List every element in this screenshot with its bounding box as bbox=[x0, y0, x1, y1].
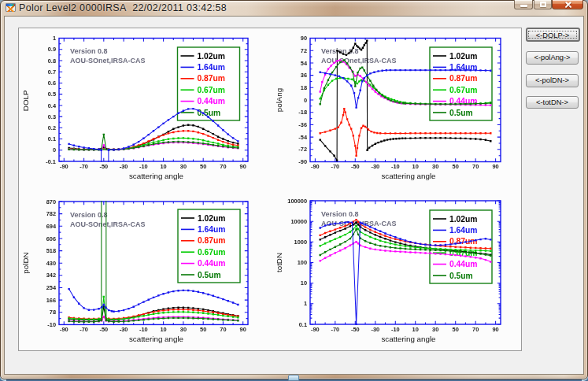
svg-text:-10: -10 bbox=[391, 326, 400, 333]
svg-text:0.1: 0.1 bbox=[48, 135, 56, 142]
svg-text:10: 10 bbox=[160, 326, 166, 333]
svg-text:50: 50 bbox=[200, 326, 206, 333]
svg-text:scattering angle: scattering angle bbox=[129, 335, 184, 343]
svg-text:10: 10 bbox=[160, 163, 166, 170]
svg-text:10: 10 bbox=[301, 279, 307, 287]
svg-text:-90: -90 bbox=[60, 326, 68, 333]
svg-text:-36: -36 bbox=[298, 121, 307, 128]
svg-text:1.64um: 1.64um bbox=[198, 63, 226, 72]
svg-text:1.02um: 1.02um bbox=[198, 214, 226, 223]
svg-text:1.02um: 1.02um bbox=[449, 52, 478, 61]
svg-text:DOLP: DOLP bbox=[21, 90, 30, 111]
svg-text:0.44um: 0.44um bbox=[198, 97, 226, 105]
svg-text:782: 782 bbox=[46, 210, 56, 217]
svg-text:AOU-SOnet,IRSA-CAS: AOU-SOnet,IRSA-CAS bbox=[321, 57, 397, 65]
svg-text:0.67um: 0.67um bbox=[198, 86, 226, 94]
svg-text:-30: -30 bbox=[371, 163, 379, 170]
svg-text:430: 430 bbox=[46, 260, 56, 267]
svg-text:-10: -10 bbox=[139, 326, 148, 333]
svg-text:AOU-SOnet,IRSA-CAS: AOU-SOnet,IRSA-CAS bbox=[321, 220, 397, 227]
svg-text:Version 0.8: Version 0.8 bbox=[321, 210, 359, 218]
svg-text:0.5: 0.5 bbox=[48, 91, 56, 98]
svg-text:0.5um: 0.5um bbox=[198, 109, 221, 117]
svg-text:1.64um: 1.64um bbox=[449, 226, 478, 235]
svg-text:30: 30 bbox=[180, 326, 187, 333]
svg-text:0.87um: 0.87um bbox=[449, 74, 478, 83]
svg-text:0.44um: 0.44um bbox=[198, 259, 226, 268]
svg-text:-50: -50 bbox=[351, 163, 360, 170]
svg-text:-30: -30 bbox=[371, 326, 379, 333]
svg-text:-50: -50 bbox=[99, 163, 108, 170]
svg-text:-70: -70 bbox=[80, 163, 88, 170]
svg-text:-50: -50 bbox=[351, 326, 360, 333]
svg-text:-72: -72 bbox=[298, 146, 307, 153]
svg-text:0.5um: 0.5um bbox=[449, 272, 473, 280]
svg-text:scattering angle: scattering angle bbox=[129, 172, 184, 180]
svg-text:0.1: 0.1 bbox=[299, 321, 307, 328]
svg-text:90: 90 bbox=[240, 326, 246, 333]
svg-text:-90: -90 bbox=[311, 163, 320, 170]
svg-text:1: 1 bbox=[304, 300, 307, 307]
svg-text:scattering angle: scattering angle bbox=[381, 335, 436, 343]
svg-text:90: 90 bbox=[492, 326, 498, 333]
svg-text:30: 30 bbox=[432, 163, 438, 170]
svg-text:78: 78 bbox=[50, 309, 56, 316]
svg-text:30: 30 bbox=[432, 326, 438, 333]
svg-text:70: 70 bbox=[220, 326, 226, 333]
svg-text:0.9: 0.9 bbox=[48, 46, 56, 53]
svg-text:0.67um: 0.67um bbox=[198, 248, 226, 257]
svg-text:0.2: 0.2 bbox=[48, 124, 56, 131]
svg-text:polDN: polDN bbox=[21, 252, 30, 273]
svg-text:polAng: polAng bbox=[275, 88, 283, 113]
svg-text:50: 50 bbox=[453, 326, 459, 333]
svg-text:scattering angle: scattering angle bbox=[381, 172, 436, 180]
svg-text:1.02um: 1.02um bbox=[198, 52, 226, 61]
svg-text:0.87um: 0.87um bbox=[449, 237, 478, 246]
svg-text:-90: -90 bbox=[311, 326, 320, 333]
svg-text:totDN: totDN bbox=[275, 253, 283, 272]
svg-text:AOU-SOnet,IRSA-CAS: AOU-SOnet,IRSA-CAS bbox=[70, 220, 146, 228]
svg-text:1.64um: 1.64um bbox=[198, 225, 226, 234]
svg-text:0.6: 0.6 bbox=[48, 80, 56, 87]
svg-text:-30: -30 bbox=[120, 326, 128, 333]
svg-text:10: 10 bbox=[412, 163, 419, 170]
svg-text:166: 166 bbox=[46, 297, 56, 304]
svg-text:-10: -10 bbox=[139, 163, 148, 170]
svg-text:342: 342 bbox=[46, 272, 56, 279]
svg-text:72: 72 bbox=[301, 47, 307, 54]
svg-text:50: 50 bbox=[453, 163, 459, 170]
svg-text:36: 36 bbox=[301, 72, 307, 79]
svg-text:90: 90 bbox=[301, 35, 307, 42]
svg-text:70: 70 bbox=[472, 326, 479, 333]
svg-text:0.3: 0.3 bbox=[48, 113, 56, 120]
svg-text:0.44um: 0.44um bbox=[449, 260, 478, 268]
svg-text:0.87um: 0.87um bbox=[198, 236, 226, 245]
svg-text:-90: -90 bbox=[60, 163, 68, 170]
svg-text:518: 518 bbox=[46, 247, 56, 254]
svg-text:-10: -10 bbox=[391, 163, 400, 170]
svg-text:50: 50 bbox=[200, 163, 206, 170]
svg-text:870: 870 bbox=[46, 198, 56, 205]
svg-text:1: 1 bbox=[53, 35, 56, 42]
svg-text:0.4: 0.4 bbox=[48, 102, 57, 109]
svg-text:-18: -18 bbox=[298, 109, 307, 116]
svg-text:-70: -70 bbox=[80, 326, 88, 333]
svg-text:-54: -54 bbox=[298, 134, 308, 141]
svg-text:18: 18 bbox=[301, 84, 307, 91]
svg-text:254: 254 bbox=[46, 284, 57, 291]
svg-text:90: 90 bbox=[240, 163, 246, 170]
svg-text:-50: -50 bbox=[99, 326, 108, 333]
svg-text:1000: 1000 bbox=[294, 239, 307, 246]
svg-text:30: 30 bbox=[180, 163, 187, 170]
svg-text:-0.1: -0.1 bbox=[46, 158, 56, 165]
svg-text:-70: -70 bbox=[331, 326, 339, 333]
svg-text:100000: 100000 bbox=[287, 198, 307, 205]
svg-text:0.67um: 0.67um bbox=[449, 86, 478, 94]
svg-text:100: 100 bbox=[298, 259, 307, 266]
svg-text:606: 606 bbox=[46, 235, 56, 242]
svg-text:0.5um: 0.5um bbox=[449, 109, 473, 117]
svg-text:0: 0 bbox=[304, 97, 307, 104]
svg-text:Version 0.8: Version 0.8 bbox=[70, 47, 108, 55]
svg-text:-70: -70 bbox=[331, 163, 339, 170]
svg-text:70: 70 bbox=[472, 163, 479, 170]
